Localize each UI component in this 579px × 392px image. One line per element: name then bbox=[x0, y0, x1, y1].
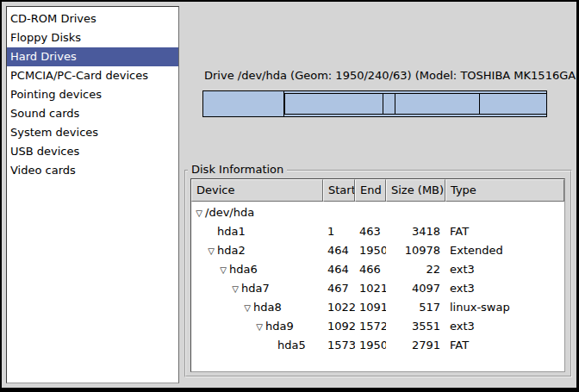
expander-open-icon[interactable]: ▽ bbox=[193, 204, 205, 222]
end-cell: 463 bbox=[355, 222, 386, 241]
start-cell: 467 bbox=[323, 279, 355, 298]
device-cell: hda1 bbox=[191, 222, 323, 241]
size-cell: 4097 bbox=[386, 279, 445, 298]
table-row-hda5[interactable]: hda5157319502791FAT bbox=[191, 336, 564, 355]
table-row-dev-hda[interactable]: ▽/dev/hda bbox=[191, 203, 564, 222]
device-label: hda8 bbox=[253, 301, 282, 314]
hardware-browser-window: CD-ROM DrivesFloppy DisksHard DrivesPCMC… bbox=[0, 0, 579, 392]
start-cell bbox=[323, 203, 355, 222]
end-cell: 1572 bbox=[355, 317, 386, 336]
sidebar-item-sound-cards[interactable]: Sound cards bbox=[7, 104, 178, 123]
device-label: /dev/hda bbox=[205, 206, 254, 219]
device-cell: ▽hda6 bbox=[191, 260, 323, 279]
end-cell: 1950 bbox=[355, 336, 386, 355]
column-header-start[interactable]: Start bbox=[323, 179, 355, 202]
expander-open-icon[interactable]: ▽ bbox=[205, 242, 217, 260]
column-header-device[interactable]: Device bbox=[191, 179, 323, 202]
size-cell: 3551 bbox=[386, 317, 445, 336]
partition-segment-hda7 bbox=[285, 94, 383, 114]
end-cell: 1091 bbox=[355, 298, 386, 317]
table-row-hda1[interactable]: hda114633418FAT bbox=[191, 222, 564, 241]
table-row-hda9[interactable]: ▽hda9109215723551ext3 bbox=[191, 317, 564, 336]
device-category-list: CD-ROM DrivesFloppy DisksHard DrivesPCMC… bbox=[6, 6, 179, 383]
table-row-hda6[interactable]: ▽hda646446622ext3 bbox=[191, 260, 564, 279]
partition-segment-extended bbox=[284, 93, 546, 115]
start-cell: 1 bbox=[323, 222, 355, 241]
type-cell: ext3 bbox=[445, 279, 564, 298]
type-cell: ext3 bbox=[445, 260, 564, 279]
table-row-hda8[interactable]: ▽hda810221091517linux-swap bbox=[191, 298, 564, 317]
device-label: hda9 bbox=[265, 320, 294, 333]
sidebar-item-usb-devices[interactable]: USB devices bbox=[7, 142, 178, 161]
start-cell: 1092 bbox=[323, 317, 355, 336]
size-cell: 2791 bbox=[386, 336, 445, 355]
start-cell: 464 bbox=[323, 241, 355, 260]
device-label: hda1 bbox=[217, 225, 246, 238]
sidebar-item-system-devices[interactable]: System devices bbox=[7, 123, 178, 142]
type-cell: FAT bbox=[445, 336, 564, 355]
sidebar-item-pcmcia-pc-card-devices[interactable]: PCMCIA/PC-Card devices bbox=[7, 66, 178, 85]
column-header-size-mb[interactable]: Size (MB) bbox=[386, 179, 445, 202]
size-cell: 22 bbox=[386, 260, 445, 279]
disk-information-frame: Disk Information DeviceStartEndSize (MB)… bbox=[184, 162, 572, 380]
drive-title: Drive /dev/hda (Geom: 1950/240/63) (Mode… bbox=[204, 69, 579, 83]
device-cell: ▽hda9 bbox=[191, 317, 323, 336]
table-header-row: DeviceStartEndSize (MB)Type bbox=[191, 179, 564, 202]
partition-segment-hda5 bbox=[480, 94, 546, 114]
expander-open-icon[interactable]: ▽ bbox=[229, 280, 241, 298]
expander-open-icon[interactable]: ▽ bbox=[217, 261, 229, 279]
device-cell: ▽hda7 bbox=[191, 279, 323, 298]
sidebar-item-cd-rom-drives[interactable]: CD-ROM Drives bbox=[7, 9, 178, 28]
device-cell: hda5 bbox=[191, 336, 323, 355]
device-cell: ▽hda8 bbox=[191, 298, 323, 317]
size-cell: 3418 bbox=[386, 222, 445, 241]
type-cell: linux-swap bbox=[445, 298, 564, 317]
device-cell: ▽hda2 bbox=[191, 241, 323, 260]
type-cell bbox=[445, 203, 564, 222]
end-cell: 1021 bbox=[355, 279, 386, 298]
end-cell: 1950 bbox=[355, 241, 386, 260]
device-cell: ▽/dev/hda bbox=[191, 203, 323, 222]
column-header-type[interactable]: Type bbox=[445, 179, 564, 202]
disk-information-label: Disk Information bbox=[188, 163, 287, 177]
partition-segment-hda8 bbox=[383, 94, 395, 114]
table-row-hda2[interactable]: ▽hda2464195010978Extended bbox=[191, 241, 564, 260]
size-cell: 517 bbox=[386, 298, 445, 317]
sidebar-item-hard-drives[interactable]: Hard Drives bbox=[7, 47, 178, 66]
sidebar-item-video-cards[interactable]: Video cards bbox=[7, 161, 178, 180]
partition-segment-hda1 bbox=[203, 91, 284, 116]
type-cell: ext3 bbox=[445, 317, 564, 336]
type-cell: Extended bbox=[445, 241, 564, 260]
column-header-end[interactable]: End bbox=[355, 179, 386, 202]
end-cell bbox=[355, 203, 386, 222]
expander-open-icon[interactable]: ▽ bbox=[253, 318, 265, 336]
type-cell: FAT bbox=[445, 222, 564, 241]
size-cell: 10978 bbox=[386, 241, 445, 260]
device-label: hda2 bbox=[217, 244, 246, 257]
device-label: hda5 bbox=[277, 339, 306, 352]
table-row-hda7[interactable]: ▽hda746710214097ext3 bbox=[191, 279, 564, 298]
start-cell: 1022 bbox=[323, 298, 355, 317]
device-label: hda7 bbox=[241, 282, 270, 295]
device-label: hda6 bbox=[229, 263, 258, 276]
start-cell: 1573 bbox=[323, 336, 355, 355]
table-body: ▽/dev/hdahda114633418FAT▽hda246419501097… bbox=[191, 202, 564, 371]
start-cell: 464 bbox=[323, 260, 355, 279]
partition-segment-hda9 bbox=[395, 94, 480, 114]
partition-table: DeviceStartEndSize (MB)Type ▽/dev/hdahda… bbox=[190, 178, 565, 372]
sidebar-item-pointing-devices[interactable]: Pointing devices bbox=[7, 85, 178, 104]
sidebar-item-floppy-disks[interactable]: Floppy Disks bbox=[7, 28, 178, 47]
partition-bar bbox=[202, 90, 547, 117]
expander-open-icon[interactable]: ▽ bbox=[241, 299, 253, 317]
size-cell bbox=[386, 203, 445, 222]
end-cell: 466 bbox=[355, 260, 386, 279]
